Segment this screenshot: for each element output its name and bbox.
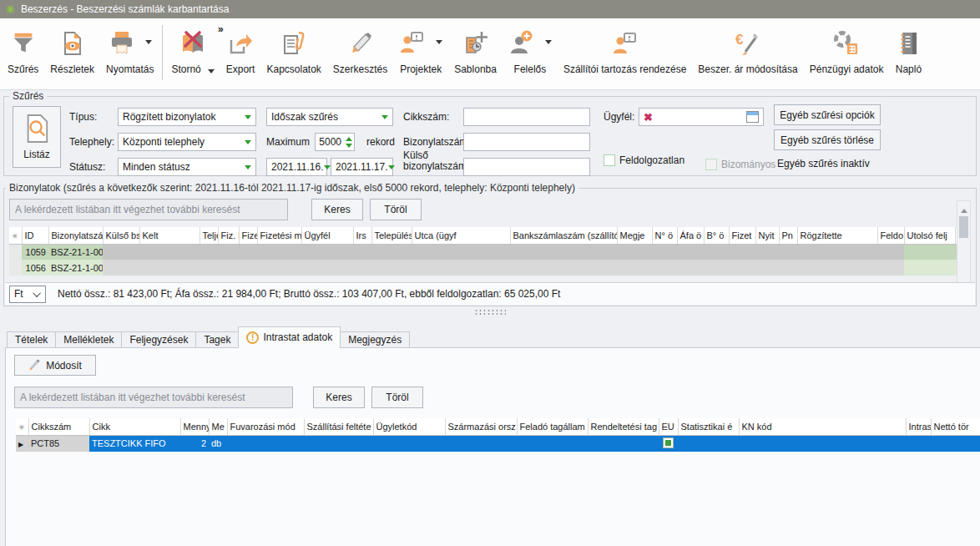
col-header[interactable]: Rendeltetési tag: [588, 418, 659, 435]
col-header[interactable]: ID: [22, 227, 48, 244]
col-header[interactable]: Pn: [779, 227, 797, 244]
col-header[interactable]: Külső bsza: [103, 227, 139, 244]
col-header[interactable]: Telje: [200, 227, 218, 244]
col-header[interactable]: Nettó tör: [931, 418, 980, 435]
chevron-down-icon[interactable]: [436, 40, 442, 48]
period-select[interactable]: Időszak szűrés: [266, 108, 393, 126]
supplier-debt-button[interactable]: Szállítói tartozás rendezése: [558, 22, 692, 77]
splitter-grip-icon[interactable]: [474, 309, 506, 316]
col-header[interactable]: Utca (ügyf: [412, 227, 510, 244]
currency-select[interactable]: Ft: [9, 286, 46, 303]
site-select[interactable]: Központi telephely: [118, 133, 256, 151]
chevron-down-icon[interactable]: [145, 40, 152, 48]
col-header[interactable]: Fizetési m: [257, 227, 301, 244]
tab-feljegyzesek[interactable]: Feljegyzések: [121, 331, 196, 348]
tab-megjegyzes[interactable]: Megjegyzés: [340, 331, 410, 348]
col-header[interactable]: Cikk: [89, 418, 180, 435]
documents-clear-search-button[interactable]: Töröl: [370, 199, 422, 220]
col-header[interactable]: Statisztikai é: [678, 418, 739, 435]
col-header[interactable]: Irs: [353, 227, 371, 244]
col-header[interactable]: Utolsó felj: [904, 227, 955, 244]
col-header[interactable]: Me: [209, 418, 227, 435]
filter-button[interactable]: Szűrés: [2, 22, 44, 77]
log-button[interactable]: Napló: [889, 22, 927, 77]
scroll-up-icon[interactable]: [961, 205, 967, 213]
max-records-stepper[interactable]: 5000: [315, 133, 355, 151]
col-header[interactable]: Áfa ö: [677, 227, 704, 244]
details-search-button[interactable]: Keres: [313, 387, 365, 408]
col-header[interactable]: KN kód: [739, 418, 906, 435]
table-row[interactable]: 1059 BSZ-21-1-000 Függ: [9, 244, 964, 260]
col-header[interactable]: Rögzítette: [797, 227, 877, 244]
tab-intrastat-adatok[interactable]: ! Intrastat adatok: [238, 326, 341, 348]
col-header[interactable]: Ügyletkód: [373, 418, 445, 435]
details-button[interactable]: Részletek: [44, 22, 100, 77]
details-clear-search-button[interactable]: Töröl: [371, 387, 423, 408]
col-header[interactable]: Feldo: [877, 227, 904, 244]
scroll-thumb[interactable]: [959, 216, 968, 238]
other-filter-options-button[interactable]: Egyéb szűrési opciók: [774, 104, 881, 125]
notebook-icon: [895, 23, 922, 63]
tab-mellekletek[interactable]: Mellékletek: [55, 331, 122, 348]
external-document-number-input[interactable]: [463, 158, 590, 176]
clear-x-icon[interactable]: ✖: [644, 111, 653, 124]
modify-button[interactable]: Módosít: [14, 355, 96, 376]
col-header[interactable]: Fize: [239, 227, 257, 244]
status-select[interactable]: Minden státusz: [118, 158, 256, 176]
col-header[interactable]: Fiz. h: [218, 227, 239, 244]
clear-other-filter-button[interactable]: Egyéb szűrés törlése: [774, 129, 881, 150]
documents-search-input[interactable]: [9, 199, 288, 220]
unprocessed-checkbox[interactable]: Feldolgozatlan: [604, 154, 684, 166]
col-header[interactable]: B° ö: [704, 227, 729, 244]
svg-text:€: €: [735, 32, 744, 48]
table-row[interactable]: ▶ PCT85 TESZTCIKK FIFO 2 db: [16, 435, 980, 452]
item-number-input[interactable]: [463, 108, 590, 126]
tab-tagek[interactable]: Tagek: [195, 331, 239, 348]
documents-search-button[interactable]: Keres: [311, 199, 363, 220]
checkbox-icon[interactable]: [604, 154, 615, 166]
projects-button[interactable]: Projektek: [393, 22, 448, 77]
col-header[interactable]: Település: [371, 227, 412, 244]
col-header[interactable]: Származási orsz: [445, 418, 517, 435]
chevron-down-icon[interactable]: [545, 40, 552, 48]
date-from-select[interactable]: 2021.11.16.: [266, 158, 327, 176]
col-header[interactable]: Mennyi: [180, 418, 209, 435]
col-header[interactable]: Feladó tagállam: [517, 418, 588, 435]
chevron-down-icon: [245, 115, 251, 123]
col-header[interactable]: Szállítási feltéte: [304, 418, 373, 435]
customer-picker[interactable]: ✖: [639, 108, 764, 126]
purchase-price-button[interactable]: € Beszer. ár módosítása: [692, 22, 803, 77]
template-button[interactable]: Sablonba: [448, 22, 503, 77]
document-number-input[interactable]: [463, 133, 590, 151]
spin-up-icon[interactable]: [346, 134, 352, 141]
col-header[interactable]: Bankszámlaszám (szállító): [510, 227, 617, 244]
export-button[interactable]: Export: [220, 22, 261, 77]
date-to-select[interactable]: 2021.11.17.: [331, 158, 393, 176]
chevron-down-icon[interactable]: [208, 69, 215, 77]
list-button[interactable]: Listáz: [13, 106, 61, 168]
edit-button[interactable]: Szerkesztés: [327, 22, 393, 77]
col-header[interactable]: Intrasta: [906, 418, 931, 435]
calendar-icon[interactable]: [746, 111, 759, 123]
panel-splitter[interactable]: [0, 306, 980, 317]
attachments-button[interactable]: Kapcsolatok: [260, 22, 326, 77]
tab-tetelek[interactable]: Tételek: [7, 331, 56, 348]
col-header[interactable]: Megje: [617, 227, 652, 244]
col-header[interactable]: Kelt: [139, 227, 200, 244]
type-select[interactable]: Rögzített bizonylatok: [118, 108, 256, 126]
table-row[interactable]: 1056 BSZ-21-1-000 Függ: [9, 260, 964, 276]
print-button[interactable]: Nyomtatás: [100, 22, 159, 77]
storno-button[interactable]: » Stornó: [165, 22, 220, 78]
col-header[interactable]: N° ö: [652, 227, 677, 244]
col-header[interactable]: Fizet: [729, 227, 755, 244]
col-header[interactable]: EU: [659, 418, 678, 435]
col-header[interactable]: Cikkszám: [28, 418, 89, 435]
col-header[interactable]: Bizonylatszám: [48, 227, 103, 244]
col-header[interactable]: Ügyfél: [301, 227, 353, 244]
spin-down-icon[interactable]: [346, 144, 352, 151]
financial-data-button[interactable]: Pénzügyi adatok: [804, 22, 890, 77]
col-header[interactable]: Nyit: [755, 227, 779, 244]
details-search-input[interactable]: [14, 387, 293, 408]
responsible-button[interactable]: Felelős: [503, 22, 558, 77]
col-header[interactable]: Fuvarozási mód: [227, 418, 304, 435]
